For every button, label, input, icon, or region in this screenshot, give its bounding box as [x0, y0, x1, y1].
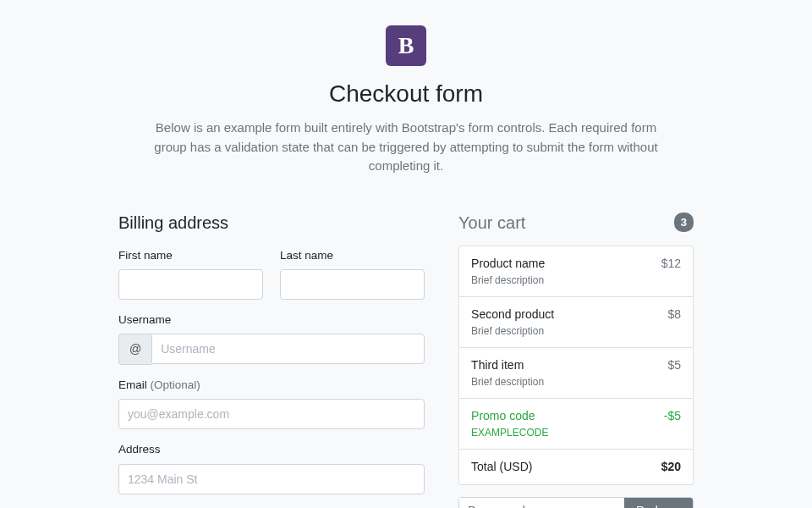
cart-title: Your cart — [458, 210, 525, 235]
promo-input[interactable] — [459, 498, 624, 509]
billing-section-title: Billing address — [118, 210, 425, 235]
last-name-input[interactable] — [280, 269, 425, 300]
cart-item-desc: Brief description — [471, 323, 554, 339]
username-prefix: @ — [118, 334, 151, 365]
address-input[interactable] — [118, 464, 425, 494]
promo-discount: -$5 — [664, 407, 681, 425]
promo-code: EXAMPLECODE — [471, 425, 548, 440]
promo-name: Promo code — [471, 407, 548, 425]
promo-form: Redeem — [458, 497, 694, 509]
redeem-button[interactable]: Redeem — [624, 498, 693, 509]
page-lead: Below is an example form built entirely … — [152, 119, 660, 176]
page-title: Checkout form — [118, 76, 694, 112]
cart-item-price: $12 — [661, 255, 681, 273]
cart-list: Product name Brief description $12 Secon… — [458, 246, 694, 485]
email-input[interactable] — [118, 399, 425, 429]
email-label: Email (Optional) — [118, 377, 425, 394]
first-name-input[interactable] — [118, 269, 263, 300]
cart-total-row: Total (USD) $20 — [459, 450, 693, 484]
cart-item-name: Third item — [471, 356, 544, 374]
cart-item: Second product Brief description $8 — [459, 297, 693, 348]
cart-item-price: $5 — [667, 356, 681, 374]
last-name-label: Last name — [280, 247, 425, 264]
bootstrap-logo: B — [386, 25, 426, 66]
cart-item-name: Product name — [471, 255, 545, 273]
cart-item-price: $8 — [667, 306, 681, 323]
cart-item-desc: Brief description — [471, 273, 545, 288]
cart-count-badge: 3 — [674, 213, 694, 233]
cart-promo-item: Promo code EXAMPLECODE -$5 — [459, 399, 693, 450]
username-input[interactable] — [151, 334, 425, 364]
first-name-label: First name — [118, 247, 263, 264]
cart-item-desc: Brief description — [471, 374, 544, 389]
total-label: Total (USD) — [471, 458, 532, 476]
cart-item: Product name Brief description $12 — [459, 246, 693, 297]
cart-item: Third item Brief description $5 — [459, 348, 693, 399]
address-label: Address — [118, 441, 425, 458]
total-value: $20 — [661, 458, 681, 476]
username-label: Username — [118, 312, 425, 329]
cart-item-name: Second product — [471, 306, 554, 323]
